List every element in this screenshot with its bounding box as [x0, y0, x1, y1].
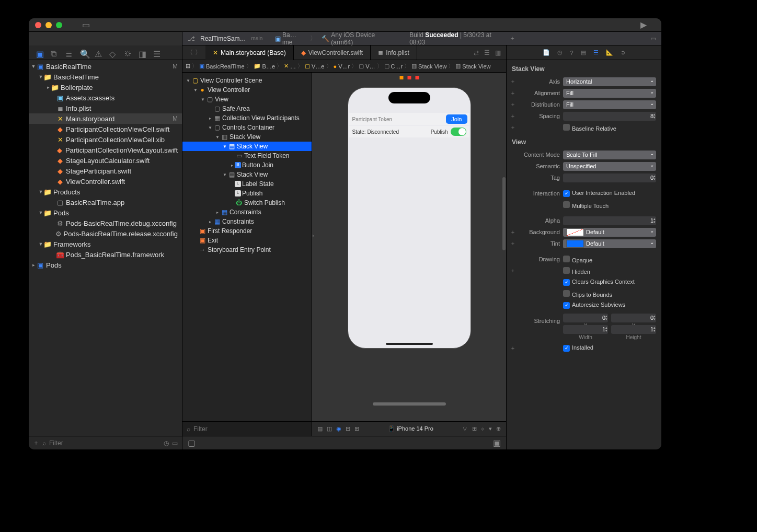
breakpoint-nav-icon[interactable]: ◨	[139, 49, 146, 56]
connections-inspector-icon[interactable]: ➲	[621, 49, 625, 56]
tree-pccell-xib[interactable]: ✕ParticipantCollectionViewCell.xib	[29, 134, 182, 145]
asv-checkbox[interactable]: ✓	[563, 302, 570, 309]
outline-label-state[interactable]: LLabel State	[182, 179, 312, 189]
tree-info[interactable]: ≣Info.plist	[29, 103, 182, 113]
symbol-nav-icon[interactable]: ≣	[65, 49, 73, 56]
scheme-crumb[interactable]: ▣ Ba…ime	[275, 31, 305, 46]
preview-publish-switch[interactable]	[451, 128, 466, 136]
add-file-button[interactable]: ＋	[33, 438, 39, 447]
adjust-icon[interactable]: ◫	[327, 425, 332, 432]
outline-toggle-icon[interactable]: ▤	[317, 425, 323, 432]
tree-main-storyboard[interactable]: ✕Main.storyboardM	[29, 113, 182, 124]
outline-entry[interactable]: →Storyboard Entry Point	[182, 245, 312, 255]
outline-view[interactable]: ▼▢View	[182, 95, 312, 104]
alignment-select[interactable]: Fill	[563, 89, 656, 98]
find-nav-icon[interactable]: 🔍	[80, 49, 87, 56]
outline-sv1[interactable]: ▼▥Stack View	[182, 132, 312, 142]
h-scrollbar[interactable]	[373, 402, 446, 406]
outline-cc[interactable]: ▼▢Controls Container	[182, 123, 312, 132]
tree-products[interactable]: ▼📁Products	[29, 187, 182, 197]
outline-btn[interactable]: ▸BButton Join	[182, 160, 312, 170]
tree-pods-group[interactable]: ▼📁Pods	[29, 207, 182, 218]
attributes-inspector-icon[interactable]: ☰	[593, 49, 599, 56]
tree-pods-release[interactable]: ⚙Pods-BasicRealTime.release.xcconfig	[29, 228, 182, 239]
recent-filter-icon[interactable]: ◷	[164, 440, 169, 447]
align-icon[interactable]: ⩒	[462, 425, 468, 432]
outline-exit[interactable]: ▣Exit	[182, 236, 312, 245]
tab-viewcontroller[interactable]: ◆ViewController.swift	[294, 45, 371, 60]
add-attr-button[interactable]: +	[510, 78, 516, 85]
debug-nav-icon[interactable]: ⛭	[124, 49, 131, 56]
resolve-icon[interactable]: ⟐	[481, 425, 485, 432]
baseline-checkbox[interactable]	[563, 124, 570, 131]
tree-assets[interactable]: ▣Assets.xcassets	[29, 92, 182, 103]
toggle-inspector-icon[interactable]: ▭	[650, 35, 656, 42]
tree-pods-fw[interactable]: 🧰Pods_BasicRealTime.framework	[29, 249, 182, 260]
navigator-filter-input[interactable]	[49, 440, 160, 447]
stretch-x-input[interactable]: 0▴▾	[563, 314, 608, 322]
semantic-select[interactable]: Unspecified	[563, 162, 656, 171]
preview-join-button[interactable]: Join	[446, 114, 467, 124]
document-outline[interactable]: ▼▢View Controller Scene ▼●View Controlle…	[182, 73, 312, 421]
add-editor-icon[interactable]: ▥	[495, 49, 501, 56]
tab-main-storyboard[interactable]: ✕Main.storyboard (Base)	[205, 45, 294, 60]
add-editor-button[interactable]: ＋	[509, 34, 515, 43]
forward-button[interactable]: 〉	[195, 48, 201, 57]
source-control-nav-icon[interactable]: ⧉	[51, 49, 58, 56]
zoom-out-icon[interactable]: ⊟	[346, 425, 350, 432]
spacing-input[interactable]: 8▴▾	[563, 112, 656, 121]
related-icon[interactable]: ⊞	[186, 63, 190, 70]
size-inspector-icon[interactable]: 📐	[606, 49, 613, 56]
axis-select[interactable]: Horizontal	[563, 77, 656, 86]
file-inspector-icon[interactable]: 📄	[543, 49, 550, 56]
hidden-checkbox[interactable]	[563, 267, 570, 274]
device-preview[interactable]: Join State: Disconnected Publish	[348, 87, 471, 349]
v-scrollbar[interactable]	[502, 177, 506, 250]
scm-filter-icon[interactable]: ▭	[172, 440, 178, 447]
background-select[interactable]: Default	[563, 228, 656, 237]
help-inspector-icon[interactable]: ?	[570, 50, 573, 56]
stretch-h-input[interactable]: 1▴▾	[611, 325, 656, 334]
destination-crumb[interactable]: 🔨 Any iOS Device (arm64)	[322, 31, 395, 46]
preview-variants-icon[interactable]: ◉	[336, 425, 341, 432]
issue-nav-icon[interactable]: ⚠	[95, 49, 102, 56]
tree-target[interactable]: ▼📁BasicRealTime	[29, 72, 182, 82]
outline-switch[interactable]: ⏻Switch Publish	[182, 198, 312, 207]
content-mode-select[interactable]: Scale To Fill	[563, 151, 656, 159]
toggle-navigator-icon[interactable]: ▭	[82, 20, 90, 30]
outline-scene[interactable]: ▼▢View Controller Scene	[182, 76, 312, 85]
tree-frameworks[interactable]: ▼📁Frameworks	[29, 239, 182, 249]
multitouch-checkbox[interactable]	[563, 201, 570, 208]
report-nav-icon[interactable]: ☰	[153, 49, 160, 56]
tree-pods-debug[interactable]: ⚙Pods-BasicRealTime.debug.xcconfig	[29, 218, 182, 228]
library-icon[interactable]: ⊕	[496, 425, 501, 432]
tree-pccell-swift[interactable]: ◆ParticipantCollectionViewCell.swift	[29, 124, 182, 134]
outline-filter-input[interactable]	[193, 425, 307, 433]
jump-bar[interactable]: ⊞ 〉 ▣BasicRealTime〉 📁B…e〉 ✕…〉 ▢V…e〉 ●V…r…	[182, 60, 506, 73]
tint-select[interactable]: Default	[563, 239, 656, 248]
tree-app[interactable]: ▢BasicRealTime.app	[29, 197, 182, 207]
alpha-input[interactable]: 1▴▾	[563, 216, 656, 225]
tree-boilerplate[interactable]: ▸📁Boilerplate	[29, 82, 182, 92]
project-name[interactable]: RealTimeSam…	[200, 35, 246, 42]
test-nav-icon[interactable]: ◇	[109, 49, 117, 56]
distribution-select[interactable]: Fill	[563, 100, 656, 109]
tab-infoplist[interactable]: ≣Info.plist	[371, 45, 417, 60]
opaque-checkbox[interactable]	[563, 256, 570, 262]
tree-root[interactable]: ▼▣BasicRealTimeM	[29, 61, 182, 72]
tree-pclayout[interactable]: ◆ParticipantCollectionViewLayout.swift	[29, 145, 182, 155]
tree-vc[interactable]: ◆ViewController.swift	[29, 176, 182, 187]
file-tree[interactable]: ▼▣BasicRealTimeM ▼📁BasicRealTime ▸📁Boile…	[29, 60, 182, 436]
debug-toggle-icon[interactable]: ▢	[188, 438, 196, 448]
outline-vc[interactable]: ▼●View Controller	[182, 85, 312, 95]
tree-stagecalc[interactable]: ◆StageLayoutCalculator.swift	[29, 155, 182, 166]
outline-label-publish[interactable]: LPublish	[182, 189, 312, 198]
debug-pane-icon[interactable]: ▣	[493, 438, 501, 448]
run-button[interactable]: ▶	[640, 20, 647, 30]
outline-sv3[interactable]: ▼▤Stack View	[182, 170, 312, 179]
device-picker[interactable]: 📱 iPhone 14 Pro	[364, 425, 457, 432]
uie-checkbox[interactable]: ✓	[563, 190, 570, 197]
ctb-checkbox[interactable]	[563, 290, 570, 297]
stretch-y-input[interactable]: 0▴▾	[611, 314, 656, 322]
tag-input[interactable]: 0▴▾	[563, 174, 656, 182]
